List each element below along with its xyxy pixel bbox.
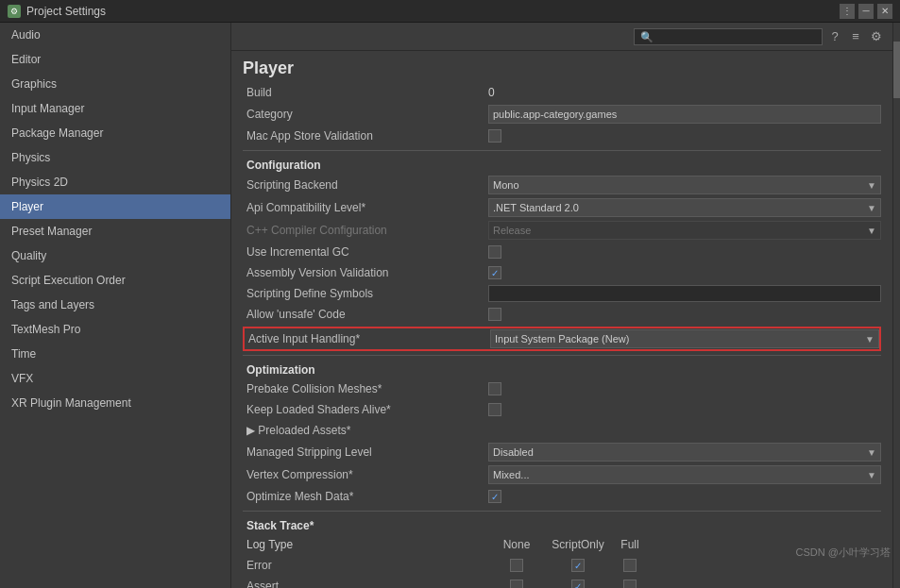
- prebake-label: Prebake Collision Meshes*: [243, 382, 488, 395]
- stack-trace-section-header: Stack Trace*: [243, 519, 881, 532]
- menu-btn[interactable]: ⋮: [840, 4, 855, 19]
- sidebar-item-player[interactable]: Player: [0, 194, 230, 219]
- managed-stripping-row: Managed Stripping Level Disabled ▼: [243, 441, 881, 463]
- error-none-checkbox[interactable]: [510, 559, 523, 572]
- vertex-compression-row: Vertex Compression* Mixed... ▼: [243, 463, 881, 486]
- active-input-row: Active Input Handling* Input System Pack…: [243, 327, 881, 351]
- vertex-compression-label: Vertex Compression*: [243, 468, 488, 481]
- cpp-compiler-value: Release ▼: [488, 221, 881, 240]
- category-dropdown[interactable]: public.app-category.games: [488, 105, 881, 124]
- close-btn[interactable]: ✕: [877, 4, 892, 19]
- api-compat-label: Api Compatibility Level*: [243, 201, 488, 214]
- panel-header: Player: [231, 51, 892, 82]
- toolbar: ? ≡ ⚙: [231, 23, 892, 51]
- active-input-dropdown[interactable]: Input System Package (New) ▼: [490, 329, 879, 348]
- assert-scriptonly-checkbox[interactable]: [571, 580, 585, 588]
- sidebar-item-vfx[interactable]: VFX: [0, 366, 230, 391]
- sidebar-item-package-manager[interactable]: Package Manager: [0, 121, 230, 145]
- title-bar-text: Project Settings: [26, 5, 106, 18]
- cpp-compiler-dropdown[interactable]: Release ▼: [488, 221, 881, 240]
- optimize-mesh-label: Optimize Mesh Data*: [243, 490, 488, 503]
- sidebar-item-preset-manager[interactable]: Preset Manager: [0, 219, 230, 244]
- sidebar-item-physics-2d[interactable]: Physics 2D: [0, 170, 230, 194]
- build-value: 0: [488, 86, 881, 99]
- assert-label: Assert: [243, 580, 488, 588]
- scrollbar-thumb[interactable]: [893, 42, 900, 98]
- assembly-version-row: Assembly Version Validation: [243, 262, 881, 283]
- settings-btn[interactable]: ⚙: [868, 28, 885, 45]
- vertex-compression-arrow: ▼: [867, 470, 876, 480]
- assert-none-checkbox[interactable]: [510, 580, 523, 588]
- sidebar-item-tags-and-layers[interactable]: Tags and Layers: [0, 293, 230, 317]
- layout-btn[interactable]: ≡: [847, 28, 864, 45]
- sidebar-item-time[interactable]: Time: [0, 342, 230, 366]
- mac-app-store-label: Mac App Store Validation: [243, 129, 488, 143]
- sidebar-item-audio[interactable]: Audio: [0, 23, 230, 47]
- minimize-btn[interactable]: ─: [858, 4, 874, 19]
- preloaded-assets-row: ▶ Preloaded Assets*: [243, 420, 881, 441]
- error-row: Error: [243, 555, 881, 576]
- divider-3: [243, 511, 881, 512]
- allow-unsafe-label: Allow 'unsafe' Code: [243, 308, 488, 321]
- prebake-checkbox[interactable]: [488, 382, 501, 395]
- app-icon: ⚙: [8, 5, 21, 18]
- sidebar-item-editor[interactable]: Editor: [0, 47, 230, 72]
- assembly-version-label: Assembly Version Validation: [243, 266, 488, 279]
- sidebar: Audio Editor Graphics Input Manager Pack…: [0, 23, 231, 588]
- sidebar-item-textmesh-pro[interactable]: TextMesh Pro: [0, 317, 230, 342]
- panel-title: Player: [243, 59, 294, 78]
- scripting-define-row: Scripting Define Symbols: [243, 283, 881, 304]
- allow-unsafe-row: Allow 'unsafe' Code: [243, 304, 881, 325]
- active-input-label: Active Input Handling*: [245, 332, 490, 345]
- api-compat-dropdown[interactable]: .NET Standard 2.0 ▼: [488, 198, 881, 217]
- keep-loaded-checkbox[interactable]: [488, 403, 501, 416]
- allow-unsafe-checkbox[interactable]: [488, 308, 501, 321]
- managed-stripping-dropdown[interactable]: Disabled ▼: [488, 443, 881, 462]
- active-input-arrow: ▼: [865, 334, 875, 344]
- sidebar-item-xr-plugin[interactable]: XR Plugin Management: [0, 391, 230, 415]
- api-compat-row: Api Compatibility Level* .NET Standard 2…: [243, 196, 881, 219]
- sidebar-item-physics[interactable]: Physics: [0, 145, 230, 170]
- build-label: Build: [243, 86, 488, 99]
- log-type-label: Log Type: [243, 538, 488, 551]
- optimize-mesh-row: Optimize Mesh Data*: [243, 486, 881, 507]
- search-input[interactable]: [634, 28, 823, 45]
- scripting-backend-dropdown[interactable]: Mono ▼: [488, 176, 881, 194]
- use-incremental-gc-checkbox[interactable]: [488, 245, 501, 259]
- vertex-compression-dropdown[interactable]: Mixed... ▼: [488, 465, 881, 484]
- assembly-version-checkbox[interactable]: [488, 266, 501, 279]
- category-row: Category public.app-category.games: [243, 103, 881, 126]
- main-content: ? ≡ ⚙ Player Build 0 Category public.app…: [231, 23, 892, 588]
- error-scriptonly-checkbox[interactable]: [571, 559, 585, 572]
- scriptonly-header: ScriptOnly: [545, 538, 611, 551]
- sidebar-item-script-execution-order[interactable]: Script Execution Order: [0, 268, 230, 293]
- assert-full-checkbox[interactable]: [623, 580, 637, 588]
- sidebar-item-quality[interactable]: Quality: [0, 244, 230, 268]
- cpp-compiler-label: C++ Compiler Configuration: [243, 224, 488, 237]
- scripting-backend-label: Scripting Backend: [243, 178, 488, 192]
- cpp-compiler-row: C++ Compiler Configuration Release ▼: [243, 219, 881, 242]
- divider-2: [243, 355, 881, 356]
- category-value: public.app-category.games: [488, 105, 881, 124]
- prebake-row: Prebake Collision Meshes*: [243, 378, 881, 399]
- mac-app-store-checkbox[interactable]: [488, 129, 501, 143]
- title-bar: ⚙ Project Settings ⋮ ─ ✕: [0, 0, 900, 23]
- build-row: Build 0: [243, 82, 881, 103]
- sidebar-item-graphics[interactable]: Graphics: [0, 72, 230, 96]
- sidebar-item-input-manager[interactable]: Input Manager: [0, 96, 230, 121]
- error-full-checkbox[interactable]: [623, 559, 637, 572]
- optimize-mesh-checkbox[interactable]: [488, 490, 501, 503]
- config-section-header: Configuration: [243, 159, 881, 172]
- managed-stripping-arrow: ▼: [867, 447, 876, 458]
- scripting-define-input[interactable]: [488, 285, 881, 302]
- managed-stripping-label: Managed Stripping Level: [243, 445, 488, 459]
- divider-1: [243, 150, 881, 151]
- settings-scroll[interactable]: Build 0 Category public.app-category.gam…: [231, 82, 892, 588]
- scripting-define-label: Scripting Define Symbols: [243, 287, 488, 300]
- use-incremental-gc-row: Use Incremental GC: [243, 242, 881, 262]
- help-btn[interactable]: ?: [826, 28, 843, 45]
- right-scrollbar[interactable]: [892, 23, 900, 588]
- api-compat-arrow: ▼: [867, 203, 876, 213]
- preloaded-assets-label[interactable]: ▶ Preloaded Assets*: [243, 424, 488, 437]
- cpp-compiler-arrow: ▼: [867, 226, 876, 236]
